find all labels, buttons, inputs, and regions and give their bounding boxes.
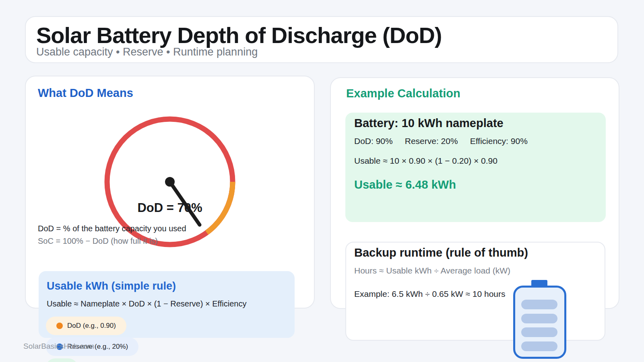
- gauge-needle-hub: [165, 177, 175, 187]
- backup-runtime-title: Backup runtime (rule of thumb): [354, 246, 528, 259]
- battery-example-title: Battery: 10 kWh nameplate: [354, 117, 504, 130]
- battery-example-result: Usable ≈ 6.48 kWh: [354, 178, 456, 191]
- param-reserve: Reserve: 20%: [405, 136, 458, 146]
- rule-box-title: Usable kWh (simple rule): [47, 280, 176, 292]
- gauge-value-label: DoD = 70%: [101, 201, 239, 215]
- backup-runtime-formula: Hours ≈ Usable kWh ÷ Average load (kW): [354, 266, 510, 276]
- param-dod: DoD: 90%: [354, 136, 393, 146]
- page-title: Solar Battery Depth of Discharge (DoD): [36, 23, 442, 48]
- battery-example-params: DoD: 90% Reserve: 20% Efficiency: 90%: [354, 136, 528, 146]
- battery-bar: [521, 327, 557, 337]
- example-calculation-title: Example Calculation: [346, 87, 460, 100]
- infographic-page: Solar Battery Depth of Discharge (DoD) U…: [0, 0, 644, 362]
- rule-box-formula: Usable ≈ Nameplate × DoD × (1 − Reserve)…: [47, 299, 246, 309]
- battery-bar: [521, 314, 557, 323]
- soc-note-text: SoC = 100% − DoD (how full it is): [38, 237, 158, 246]
- efficiency-chip: [46, 358, 78, 362]
- watermark-text: SolarBasicsHub.com: [23, 342, 94, 351]
- battery-bar: [521, 341, 557, 351]
- param-efficiency: Efficiency: 90%: [470, 136, 528, 146]
- backup-runtime-example: Example: 6.5 kWh ÷ 0.65 kW ≈ 10 hours: [354, 289, 506, 299]
- dod-definition-text: DoD = % of the battery capacity you used: [38, 224, 186, 233]
- dod-chip-label: DoD (e.g., 0.90): [67, 322, 116, 330]
- page-subtitle: Usable capacity • Reserve • Runtime plan…: [36, 46, 258, 58]
- dod-dot-icon: [56, 323, 63, 329]
- what-dod-means-title: What DoD Means: [38, 86, 133, 100]
- dod-chip: DoD (e.g., 0.90): [46, 317, 126, 335]
- battery-bar: [521, 300, 557, 309]
- battery-example-formula: Usable ≈ 10 × 0.90 × (1 − 0.20) × 0.90: [354, 156, 497, 166]
